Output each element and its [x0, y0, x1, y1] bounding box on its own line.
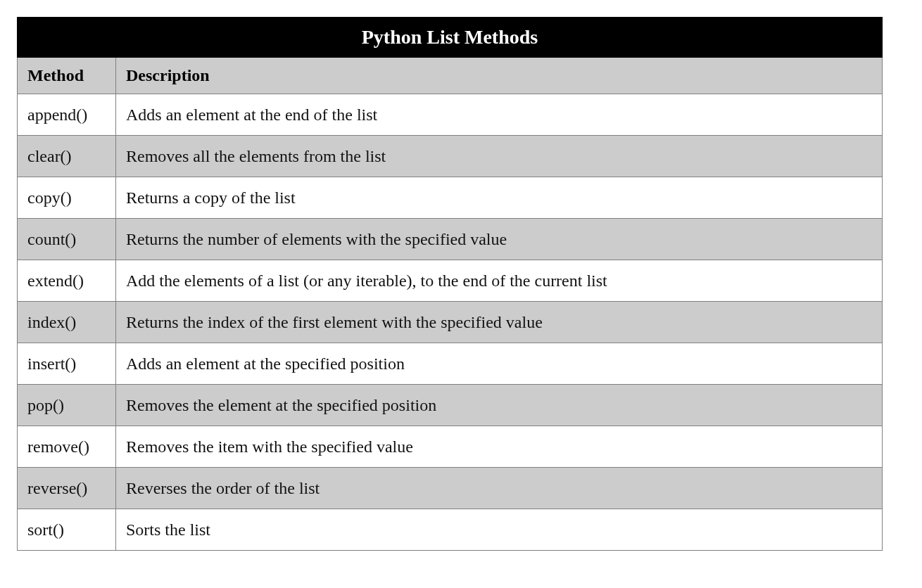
method-cell: copy() — [18, 177, 116, 219]
description-cell: Removes the item with the specified valu… — [116, 426, 883, 468]
column-header-description: Description — [116, 58, 883, 94]
method-cell: pop() — [18, 385, 116, 426]
table-title: Python List Methods — [18, 18, 883, 58]
description-cell: Sorts the list — [116, 509, 883, 551]
method-cell: clear() — [18, 136, 116, 177]
table-row: count() Returns the number of elements w… — [18, 219, 883, 260]
description-cell: Add the elements of a list (or any itera… — [116, 260, 883, 302]
method-cell: count() — [18, 219, 116, 260]
method-cell: sort() — [18, 509, 116, 551]
table-row: clear() Removes all the elements from th… — [18, 136, 883, 177]
table-container: Python List Methods Method Description a… — [17, 17, 883, 551]
method-cell: index() — [18, 302, 116, 343]
table-row: pop() Removes the element at the specifi… — [18, 385, 883, 426]
column-header-method: Method — [18, 58, 116, 94]
method-cell: remove() — [18, 426, 116, 468]
description-cell: Returns the index of the first element w… — [116, 302, 883, 343]
table-row: sort() Sorts the list — [18, 509, 883, 551]
method-cell: extend() — [18, 260, 116, 302]
header-row: Method Description — [18, 58, 883, 94]
method-cell: reverse() — [18, 468, 116, 509]
method-cell: insert() — [18, 343, 116, 385]
description-cell: Adds an element at the specified positio… — [116, 343, 883, 385]
description-cell: Removes all the elements from the list — [116, 136, 883, 177]
description-cell: Reverses the order of the list — [116, 468, 883, 509]
table-row: remove() Removes the item with the speci… — [18, 426, 883, 468]
table-row: insert() Adds an element at the specifie… — [18, 343, 883, 385]
list-methods-table: Python List Methods Method Description a… — [17, 17, 883, 551]
table-row: append() Adds an element at the end of t… — [18, 94, 883, 136]
description-cell: Removes the element at the specified pos… — [116, 385, 883, 426]
table-row: extend() Add the elements of a list (or … — [18, 260, 883, 302]
table-row: reverse() Reverses the order of the list — [18, 468, 883, 509]
table-row: index() Returns the index of the first e… — [18, 302, 883, 343]
table-row: copy() Returns a copy of the list — [18, 177, 883, 219]
description-cell: Returns a copy of the list — [116, 177, 883, 219]
method-cell: append() — [18, 94, 116, 136]
title-row: Python List Methods — [18, 18, 883, 58]
description-cell: Adds an element at the end of the list — [116, 94, 883, 136]
description-cell: Returns the number of elements with the … — [116, 219, 883, 260]
